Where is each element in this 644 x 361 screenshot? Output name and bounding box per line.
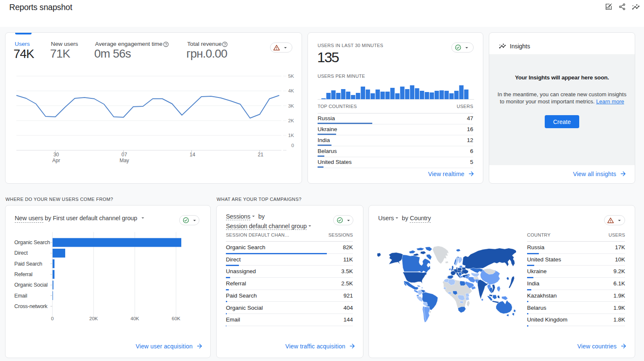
svg-text:Cross-network: Cross-network <box>14 303 48 309</box>
svg-text:May: May <box>119 158 129 163</box>
svg-text:1K: 1K <box>288 133 294 138</box>
svg-text:30: 30 <box>53 152 59 158</box>
svg-text:Organic Social: Organic Social <box>14 282 48 288</box>
svg-text:2K: 2K <box>288 118 294 123</box>
svg-text:60K: 60K <box>172 316 180 321</box>
svg-text:3K: 3K <box>288 103 294 108</box>
svg-text:Apr: Apr <box>52 158 60 163</box>
svg-text:Paid Search: Paid Search <box>14 261 42 267</box>
svg-text:Direct: Direct <box>14 250 28 256</box>
svg-text:0: 0 <box>292 143 294 148</box>
svg-text:Referral: Referral <box>14 271 32 277</box>
svg-text:Email: Email <box>14 293 27 299</box>
svg-text:21: 21 <box>258 152 264 158</box>
svg-text:0: 0 <box>51 316 53 321</box>
svg-text:40K: 40K <box>130 316 139 321</box>
svg-text:14: 14 <box>190 152 196 158</box>
svg-text:07: 07 <box>122 152 127 158</box>
svg-text:20K: 20K <box>89 316 98 321</box>
svg-text:4K: 4K <box>288 88 294 93</box>
svg-text:Organic Search: Organic Search <box>14 240 50 245</box>
svg-text:5K: 5K <box>288 74 294 79</box>
